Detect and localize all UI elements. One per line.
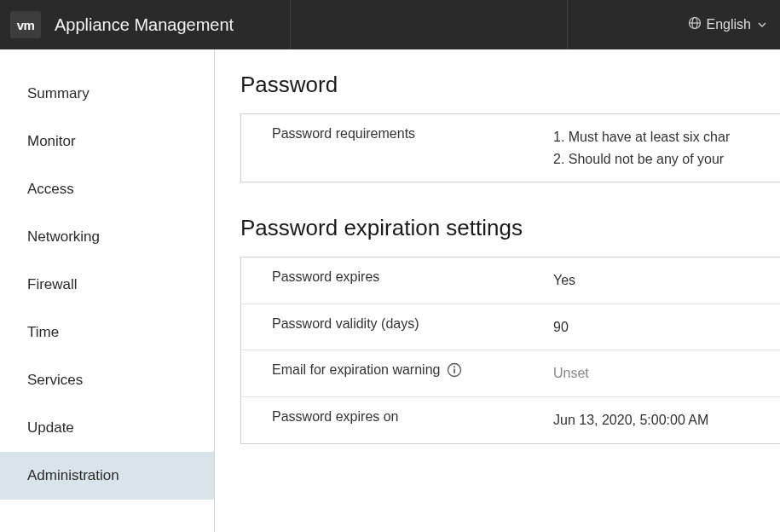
row-label: Password expires on xyxy=(272,409,553,425)
password-requirements-row: Password requirements 1. Must have at le… xyxy=(241,114,780,182)
sidebar-item-label: Monitor xyxy=(27,133,76,149)
vmware-logo: vm xyxy=(10,11,41,38)
password-requirements-panel: Password requirements 1. Must have at le… xyxy=(240,113,780,182)
expiration-row-expires-on: Password expires on Jun 13, 2020, 5:00:0… xyxy=(241,397,780,443)
row-value: 90 xyxy=(553,316,569,338)
sidebar-item-services[interactable]: Services xyxy=(0,356,214,404)
header-divider xyxy=(290,0,291,49)
sidebar-nav: Summary Monitor Access Networking Firewa… xyxy=(0,49,215,532)
row-label: Password requirements xyxy=(272,126,553,142)
sidebar-item-time[interactable]: Time xyxy=(0,309,214,356)
sidebar-item-label: Summary xyxy=(27,85,90,101)
sidebar-item-label: Access xyxy=(27,181,74,197)
expiration-row-validity: Password validity (days) 90 xyxy=(241,304,780,351)
row-value: Unset xyxy=(553,362,589,385)
app-header: vm Appliance Management English xyxy=(0,0,780,49)
info-icon[interactable] xyxy=(447,362,462,378)
sidebar-item-update[interactable]: Update xyxy=(0,404,214,452)
row-label: Password expires xyxy=(272,269,553,285)
svg-point-5 xyxy=(454,367,455,368)
expiration-section-title: Password expiration settings xyxy=(240,215,780,241)
expiration-row-email: Email for expiration warning Unset xyxy=(241,350,780,397)
language-label: English xyxy=(707,17,751,32)
sidebar-item-administration[interactable]: Administration xyxy=(0,452,214,500)
sidebar-item-label: Firewall xyxy=(27,276,78,292)
sidebar-item-label: Time xyxy=(27,324,59,340)
globe-icon xyxy=(688,16,702,33)
row-value: 1. Must have at least six char 2. Should… xyxy=(553,126,730,170)
sidebar-item-networking[interactable]: Networking xyxy=(0,213,214,261)
sidebar-item-firewall[interactable]: Firewall xyxy=(0,261,214,309)
chevron-down-icon xyxy=(756,17,766,32)
header-divider xyxy=(567,0,568,49)
expiration-panel: Password expires Yes Password validity (… xyxy=(240,257,780,443)
row-label-text: Email for expiration warning xyxy=(272,362,440,378)
svg-rect-4 xyxy=(454,369,456,374)
sidebar-item-label: Services xyxy=(27,372,83,388)
app-title: Appliance Management xyxy=(55,15,234,35)
sidebar-item-label: Administration xyxy=(27,467,119,483)
main-content: Password Password requirements 1. Must h… xyxy=(215,49,780,532)
row-label: Password validity (days) xyxy=(272,316,553,332)
language-picker[interactable]: English xyxy=(688,16,766,33)
sidebar-item-monitor[interactable]: Monitor xyxy=(0,118,214,165)
sidebar-item-access[interactable]: Access xyxy=(0,165,214,213)
row-label: Email for expiration warning xyxy=(272,362,553,378)
requirement-line-2: 2. Should not be any of your xyxy=(553,148,730,171)
row-value: Yes xyxy=(553,269,575,292)
row-value: Jun 13, 2020, 5:00:00 AM xyxy=(553,409,708,431)
password-section-title: Password xyxy=(240,72,780,98)
sidebar-item-summary[interactable]: Summary xyxy=(0,70,214,118)
sidebar-item-label: Networking xyxy=(27,228,100,245)
expiration-row-expires: Password expires Yes xyxy=(241,257,780,304)
sidebar-item-label: Update xyxy=(27,419,74,436)
logo-text: vm xyxy=(17,18,35,32)
requirement-line-1: 1. Must have at least six char xyxy=(553,126,730,148)
